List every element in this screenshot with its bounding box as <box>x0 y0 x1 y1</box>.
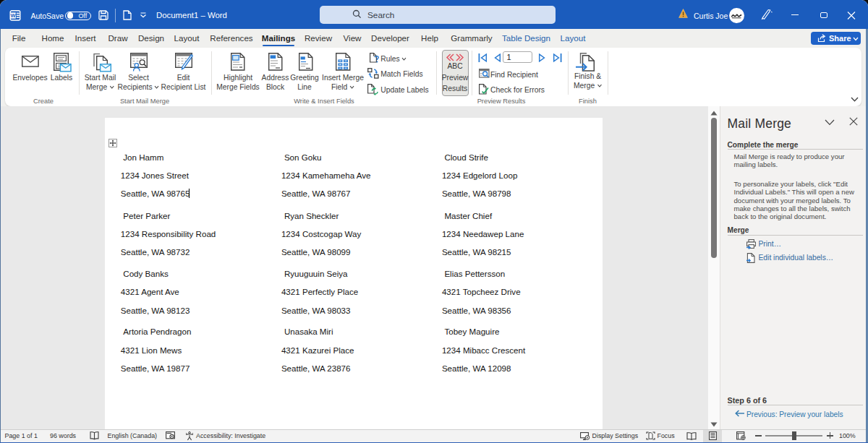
svg-text:W: W <box>10 12 16 19</box>
